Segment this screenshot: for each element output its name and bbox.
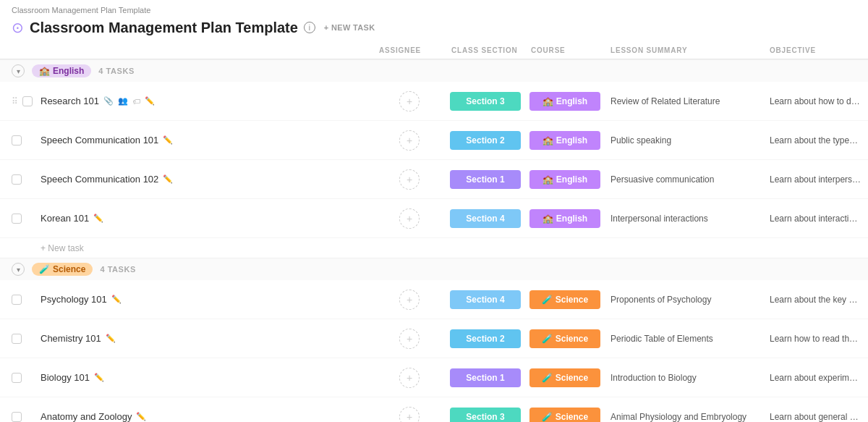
objective-cell: Learn about general biological p... <box>764 409 868 423</box>
course-label: Science <box>556 412 588 422</box>
task-checkbox[interactable] <box>12 135 22 145</box>
task-checkbox[interactable] <box>12 334 22 344</box>
task-checkbox[interactable] <box>22 96 33 106</box>
course-badge[interactable]: 🏫 English <box>529 92 600 111</box>
course-cell[interactable]: 🧪 Science <box>525 366 605 390</box>
course-badge[interactable]: 🧪 Science <box>529 329 600 348</box>
task-check-area <box>12 373 41 383</box>
new-task-inline-button[interactable]: + New task <box>41 243 84 253</box>
lesson-cell: Animal Physiology and Embryology <box>605 409 764 423</box>
assignee-add-button[interactable]: + <box>399 368 420 388</box>
course-cell[interactable]: 🏫 English <box>525 128 605 153</box>
section-cell[interactable]: Section 2 <box>446 326 525 351</box>
course-badge[interactable]: 🏫 English <box>529 209 600 228</box>
course-badge[interactable]: 🏫 English <box>529 170 600 189</box>
task-name-cell: Anatomy and Zoology ✏️ <box>41 405 373 422</box>
edit-icon[interactable]: ✏️ <box>94 373 104 382</box>
course-cell[interactable]: 🧪 Science <box>525 326 605 351</box>
collapse-english-button[interactable]: ▾ <box>12 64 25 77</box>
lesson-cell: Periodic Table of Elements <box>605 331 764 347</box>
section-cell[interactable]: Section 3 <box>446 89 525 114</box>
section-cell[interactable]: Section 3 <box>446 405 525 423</box>
assignee-cell: + <box>373 130 446 151</box>
assignee-cell: + <box>373 208 446 229</box>
collapse-science-button[interactable]: ▾ <box>12 263 25 276</box>
task-name: Research 101 <box>41 96 99 106</box>
people-icon[interactable]: 👥 <box>118 96 128 106</box>
assignee-add-button[interactable]: + <box>399 290 420 310</box>
course-cell[interactable]: 🏫 English <box>525 167 605 192</box>
assignee-add-button[interactable]: + <box>399 130 420 151</box>
edit-icon[interactable]: ✏️ <box>111 295 122 304</box>
course-cell[interactable]: 🧪 Science <box>525 405 605 423</box>
section-cell[interactable]: Section 4 <box>446 287 525 312</box>
task-name: Biology 101 <box>41 372 90 383</box>
task-check-area <box>12 334 41 344</box>
section-cell[interactable]: Section 1 <box>446 167 525 192</box>
edit-icon[interactable]: ✏️ <box>136 412 146 421</box>
col-task <box>41 46 373 55</box>
course-cell[interactable]: 🧪 Science <box>525 287 605 312</box>
section-cell[interactable]: Section 4 <box>446 206 525 231</box>
course-cell[interactable]: 🏫 English <box>525 206 605 231</box>
drag-handle-icon[interactable]: ⠿ <box>12 96 18 106</box>
paperclip-icon[interactable]: 📎 <box>103 96 114 106</box>
edit-icon[interactable]: ✏️ <box>145 96 155 106</box>
task-checkbox[interactable] <box>12 295 22 305</box>
lesson-cell: Review of Related Literature <box>605 93 764 109</box>
edit-icon[interactable]: ✏️ <box>163 135 173 145</box>
task-name: Korean 101 <box>41 213 89 224</box>
course-badge[interactable]: 🧪 Science <box>529 408 600 423</box>
task-name-cell: Speech Communication 102 ✏️ <box>41 168 373 190</box>
group-tag-science[interactable]: 🧪 Science <box>32 263 93 276</box>
tag-icon[interactable]: 🏷 <box>132 97 140 106</box>
task-name: Psychology 101 <box>41 294 107 305</box>
new-task-button[interactable]: + NEW TASK <box>324 23 375 32</box>
task-check-area: ⠿ <box>12 96 41 106</box>
section-badge[interactable]: Section 3 <box>450 408 521 423</box>
assignee-add-button[interactable]: + <box>399 329 420 349</box>
course-badge[interactable]: 🏫 English <box>529 131 600 150</box>
group-tag-english[interactable]: 🏫 English <box>32 64 91 77</box>
assignee-add-button[interactable]: + <box>399 208 420 229</box>
task-checkbox[interactable] <box>12 214 22 224</box>
table-row: Chemistry 101 ✏️ + Section 2 🧪 Science P… <box>0 319 868 358</box>
edit-icon[interactable]: ✏️ <box>93 214 103 223</box>
task-checkbox[interactable] <box>12 373 22 383</box>
course-emoji-icon: 🏫 <box>542 214 553 224</box>
objective-cell: Learn about interpersonal comm... busine… <box>764 172 868 187</box>
info-icon[interactable]: i <box>304 22 315 33</box>
task-checkbox[interactable] <box>12 412 22 422</box>
assignee-add-button[interactable]: + <box>399 91 420 111</box>
assignee-add-button[interactable]: + <box>399 407 420 423</box>
course-cell[interactable]: 🏫 English <box>525 89 605 114</box>
course-badge[interactable]: 🧪 Science <box>529 290 600 309</box>
course-badge[interactable]: 🧪 Science <box>529 368 600 387</box>
task-check-area <box>12 295 41 305</box>
edit-icon[interactable]: ✏️ <box>106 334 116 343</box>
english-task-count: 4 TASKS <box>98 67 135 75</box>
col-lesson-summary: LESSON SUMMARY <box>605 42 764 59</box>
group-tag-english-label: English <box>53 66 84 76</box>
section-badge[interactable]: Section 4 <box>450 209 521 228</box>
task-name-cell: Korean 101 ✏️ <box>41 207 373 229</box>
section-cell[interactable]: Section 2 <box>446 128 525 153</box>
section-badge[interactable]: Section 3 <box>450 92 521 111</box>
col-assignee: ASSIGNEE <box>373 42 446 59</box>
section-badge[interactable]: Section 4 <box>450 290 521 309</box>
course-label: Science <box>556 334 588 344</box>
section-badge[interactable]: Section 1 <box>450 170 521 189</box>
section-badge[interactable]: Section 2 <box>450 131 521 150</box>
task-checkbox[interactable] <box>12 174 22 185</box>
section-badge[interactable]: Section 2 <box>450 329 521 348</box>
science-emoji-icon: 🧪 <box>39 264 50 274</box>
table-row: Anatomy and Zoology ✏️ + Section 3 🧪 Sci… <box>0 397 868 422</box>
lesson-cell: Introduction to Biology <box>605 370 764 386</box>
table-row: Psychology 101 ✏️ + Section 4 🧪 Science … <box>0 280 868 319</box>
section-badge[interactable]: Section 1 <box>450 368 521 387</box>
edit-icon[interactable]: ✏️ <box>163 174 173 184</box>
assignee-add-button[interactable]: + <box>399 169 420 190</box>
lesson-cell: Persuasive communication <box>605 172 764 187</box>
task-check-area <box>12 174 41 185</box>
section-cell[interactable]: Section 1 <box>446 366 525 390</box>
